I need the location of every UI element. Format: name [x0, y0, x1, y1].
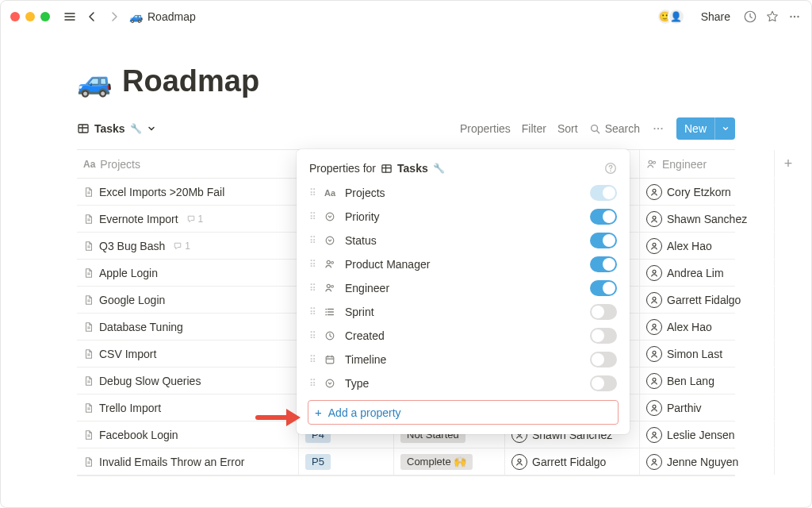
drag-handle-icon[interactable]: ⠿: [309, 259, 315, 270]
property-row[interactable]: ⠿Engineer: [297, 276, 630, 300]
visibility-toggle[interactable]: [590, 256, 617, 272]
column-engineer[interactable]: Engineer: [640, 150, 775, 178]
avatar-icon: [646, 211, 662, 227]
sort-button[interactable]: Sort: [557, 122, 578, 135]
svg-rect-4: [79, 125, 88, 133]
property-row[interactable]: ⠿Priority: [297, 205, 630, 229]
page-title: 🚙 Roadmap: [77, 64, 735, 98]
table-row[interactable]: Invalid Emails Throw an ErrorP5Complete …: [77, 448, 735, 475]
row-title: Evernote Import: [99, 213, 178, 225]
share-button[interactable]: Share: [696, 7, 735, 26]
svg-point-17: [653, 351, 656, 354]
drag-handle-icon[interactable]: ⠿: [309, 235, 315, 246]
comment-count[interactable]: 1: [173, 241, 190, 252]
maximize-window-dot[interactable]: [40, 12, 50, 21]
cell-status[interactable]: Complete 🙌: [394, 448, 505, 475]
property-row[interactable]: ⠿Created: [297, 324, 630, 348]
cell-title[interactable]: Google Login: [77, 287, 299, 313]
cell-title[interactable]: Database Tuning: [77, 314, 299, 340]
cell-engineer[interactable]: Leslie Jensen: [640, 421, 775, 448]
close-window-dot[interactable]: [10, 12, 20, 21]
property-row[interactable]: ⠿Type: [297, 371, 630, 395]
comment-count[interactable]: 1: [186, 214, 204, 225]
property-row[interactable]: ⠿Product Manager: [297, 252, 630, 276]
drag-handle-icon[interactable]: ⠿: [309, 330, 315, 341]
properties-button[interactable]: Properties: [460, 122, 511, 135]
property-row[interactable]: ⠿Sprint: [297, 300, 630, 324]
visibility-toggle[interactable]: [590, 280, 617, 296]
drag-handle-icon[interactable]: ⠿: [309, 354, 315, 365]
visibility-toggle[interactable]: [590, 233, 617, 248]
drag-handle-icon[interactable]: ⠿: [309, 306, 315, 318]
hamburger-icon[interactable]: [63, 10, 77, 23]
cell-priority[interactable]: P5: [299, 448, 394, 475]
cell-engineer[interactable]: Garrett Fidalgo: [640, 287, 775, 313]
favorite-star-icon[interactable]: [765, 10, 779, 24]
column-projects[interactable]: Aa Projects: [77, 150, 299, 178]
search-button[interactable]: Search: [589, 122, 640, 135]
drag-handle-icon[interactable]: ⠿: [309, 283, 315, 294]
visibility-toggle[interactable]: [590, 328, 617, 344]
cell-title[interactable]: Invalid Emails Throw an Error: [77, 448, 299, 475]
cell-spacer: [775, 260, 802, 286]
visibility-toggle[interactable]: [590, 375, 617, 391]
drag-handle-icon[interactable]: ⠿: [309, 211, 315, 222]
new-button[interactable]: New: [676, 117, 735, 140]
updates-icon[interactable]: [743, 10, 757, 24]
add-property-button[interactable]: + Add a property: [308, 400, 619, 425]
filter-button[interactable]: Filter: [522, 122, 546, 135]
cell-engineer[interactable]: Shawn Sanchez: [640, 206, 775, 232]
cell-title[interactable]: Excel Imports >20Mb Fail: [77, 179, 299, 205]
more-icon[interactable]: [651, 121, 665, 136]
forward-icon[interactable]: [107, 10, 121, 23]
page-emoji[interactable]: 🚙: [77, 65, 113, 98]
visibility-toggle[interactable]: [590, 209, 617, 225]
cell-engineer[interactable]: Alex Hao: [640, 233, 775, 259]
avatar-icon: [646, 346, 662, 362]
more-icon[interactable]: [787, 10, 802, 24]
svg-point-28: [326, 237, 334, 244]
list-property-icon: [323, 306, 337, 318]
drag-handle-icon[interactable]: ⠿: [309, 187, 315, 198]
view-tab[interactable]: Tasks 🔧: [77, 122, 156, 135]
breadcrumb[interactable]: 🚙 Roadmap: [129, 10, 196, 23]
column-label: Projects: [100, 158, 140, 171]
visibility-toggle[interactable]: [590, 185, 617, 201]
svg-point-27: [326, 213, 334, 221]
property-row[interactable]: ⠿Timeline: [297, 348, 630, 371]
cell-product-manager[interactable]: Garrett Fidalgo: [505, 448, 640, 475]
cell-engineer[interactable]: Ben Lang: [640, 368, 775, 394]
property-row[interactable]: ⠿AaProjects: [297, 181, 630, 205]
row-title: Google Login: [99, 294, 165, 306]
svg-point-38: [326, 379, 334, 387]
help-icon[interactable]: [604, 162, 617, 175]
cell-title[interactable]: Q3 Bug Bash 1: [77, 233, 299, 259]
drag-handle-icon[interactable]: ⠿: [309, 378, 315, 389]
property-label: Priority: [345, 210, 380, 223]
cell-engineer[interactable]: Parthiv: [640, 394, 775, 421]
page-title-text[interactable]: Roadmap: [122, 64, 259, 98]
visibility-toggle[interactable]: [590, 352, 617, 368]
cell-engineer[interactable]: Cory Etzkorn: [640, 179, 775, 205]
cell-spacer: [775, 206, 802, 232]
minimize-window-dot[interactable]: [25, 12, 35, 21]
cell-engineer[interactable]: Alex Hao: [640, 314, 775, 340]
presence-avatars[interactable]: 🙂 👤: [663, 8, 685, 25]
cell-title[interactable]: Debug Slow Queries: [77, 368, 299, 394]
avatar-icon: [646, 238, 662, 254]
cell-engineer[interactable]: Simon Last: [640, 341, 775, 367]
cell-engineer[interactable]: Jenne Nguyen: [640, 448, 775, 475]
page-icon: [83, 241, 94, 252]
back-icon[interactable]: [85, 10, 99, 23]
row-title: Database Tuning: [99, 321, 183, 333]
cell-spacer: [775, 394, 802, 421]
person-name: Alex Hao: [667, 321, 712, 333]
cell-title[interactable]: Evernote Import 1: [77, 206, 299, 232]
cell-title[interactable]: Apple Login: [77, 260, 299, 286]
new-button-menu[interactable]: [714, 117, 735, 140]
cell-engineer[interactable]: Andrea Lim: [640, 260, 775, 286]
visibility-toggle[interactable]: [590, 304, 617, 320]
property-row[interactable]: ⠿Status: [297, 229, 630, 252]
add-column-button[interactable]: +: [775, 150, 802, 178]
cell-title[interactable]: CSV Import: [77, 341, 299, 367]
